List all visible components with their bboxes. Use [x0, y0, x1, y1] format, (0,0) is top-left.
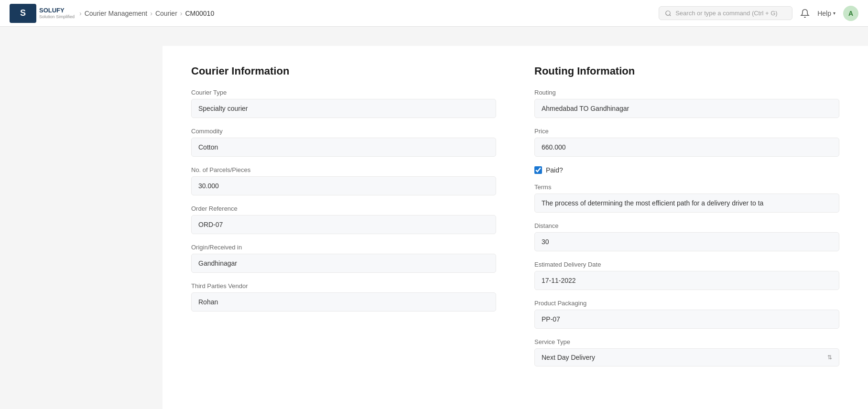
help-chevron-icon: ▾: [833, 11, 835, 16]
logo-tagline: Solution Simplified: [39, 14, 75, 20]
vendor-field: Third Parties Vendor Rohan: [191, 282, 496, 312]
courier-info-section: Courier Information Courier Type Special…: [191, 65, 496, 399]
distance-field: Distance 30: [534, 222, 839, 251]
routing-field: Routing Ahmedabad TO Gandhinagar: [534, 89, 839, 118]
avatar-initial: A: [848, 10, 853, 17]
product-packaging-field: Product Packaging PP-07: [534, 300, 839, 329]
logo-s-letter: S: [20, 9, 26, 18]
breadcrumb-arrow-1: ›: [79, 10, 82, 17]
origin-value: Gandhinagar: [191, 254, 496, 273]
paid-checkbox[interactable]: [534, 166, 542, 174]
breadcrumb: › Courier Management › Courier › CM00010: [79, 10, 214, 17]
breadcrumb-courier[interactable]: Courier: [155, 10, 177, 17]
courier-info-title: Courier Information: [191, 65, 496, 77]
breadcrumb-cm00010: CM00010: [185, 10, 214, 17]
routing-info-title: Routing Information: [534, 65, 839, 77]
courier-type-value: Specialty courier: [191, 99, 496, 118]
vendor-label: Third Parties Vendor: [191, 282, 496, 290]
service-type-select[interactable]: Next Day Delivery ⇅: [534, 348, 839, 366]
search-placeholder-text: Search or type a command (Ctrl + G): [675, 10, 778, 17]
breadcrumb-courier-management[interactable]: Courier Management: [85, 10, 148, 17]
order-reference-label: Order Reference: [191, 205, 496, 212]
breadcrumb-arrow-2: ›: [150, 10, 152, 17]
order-reference-field: Order Reference ORD-07: [191, 205, 496, 234]
paid-checkbox-row: Paid?: [534, 166, 839, 174]
routing-info-section: Routing Information Routing Ahmedabad TO…: [534, 65, 839, 399]
logo[interactable]: S SOLUFY Solution Simplified: [10, 4, 75, 23]
help-button[interactable]: Help ▾: [817, 10, 835, 17]
logo-name: SOLUFY: [39, 7, 75, 14]
service-type-field: Service Type Next Day Delivery ⇅: [534, 338, 839, 366]
sidebar: [0, 27, 163, 409]
navbar: S SOLUFY Solution Simplified › Courier M…: [0, 0, 868, 27]
parcels-value: 30.000: [191, 176, 496, 195]
service-type-value: Next Day Delivery: [542, 354, 595, 361]
delivery-date-label: Estimated Delivery Date: [534, 261, 839, 268]
distance-label: Distance: [534, 222, 839, 229]
courier-type-label: Courier Type: [191, 89, 496, 96]
breadcrumb-arrow-3: ›: [180, 10, 183, 17]
routing-label: Routing: [534, 89, 839, 96]
order-reference-value: ORD-07: [191, 215, 496, 234]
terms-field: Terms The process of determining the mos…: [534, 183, 839, 213]
product-packaging-label: Product Packaging: [534, 300, 839, 307]
avatar[interactable]: A: [843, 6, 858, 21]
origin-label: Origin/Received in: [191, 244, 496, 251]
product-packaging-value: PP-07: [534, 310, 839, 329]
price-field: Price 660.000: [534, 128, 839, 157]
content-area: Courier Information Courier Type Special…: [163, 46, 868, 409]
terms-value: The process of determining the most effi…: [534, 194, 839, 213]
service-type-label: Service Type: [534, 338, 839, 345]
svg-line-1: [670, 14, 671, 16]
commodity-label: Commodity: [191, 128, 496, 135]
delivery-date-value: 17-11-2022: [534, 271, 839, 290]
svg-point-0: [666, 11, 670, 15]
distance-value: 30: [534, 232, 839, 251]
notification-bell-icon[interactable]: [800, 9, 810, 18]
courier-type-field: Courier Type Specialty courier: [191, 89, 496, 118]
help-label: Help: [817, 10, 831, 17]
navbar-right: Search or type a command (Ctrl + G) Help…: [659, 6, 858, 21]
routing-value: Ahmedabad TO Gandhinagar: [534, 99, 839, 118]
parcels-label: No. of Parcels/Pieces: [191, 166, 496, 173]
search-bar[interactable]: Search or type a command (Ctrl + G): [659, 6, 792, 20]
origin-field: Origin/Received in Gandhinagar: [191, 244, 496, 273]
commodity-value: Cotton: [191, 138, 496, 157]
terms-label: Terms: [534, 183, 839, 191]
price-value: 660.000: [534, 138, 839, 157]
delivery-date-field: Estimated Delivery Date 17-11-2022: [534, 261, 839, 290]
commodity-field: Commodity Cotton: [191, 128, 496, 157]
parcels-field: No. of Parcels/Pieces 30.000: [191, 166, 496, 195]
vendor-value: Rohan: [191, 292, 496, 312]
paid-label[interactable]: Paid?: [546, 166, 563, 174]
price-label: Price: [534, 128, 839, 135]
select-arrows-icon: ⇅: [827, 354, 832, 361]
search-icon: [665, 10, 672, 17]
